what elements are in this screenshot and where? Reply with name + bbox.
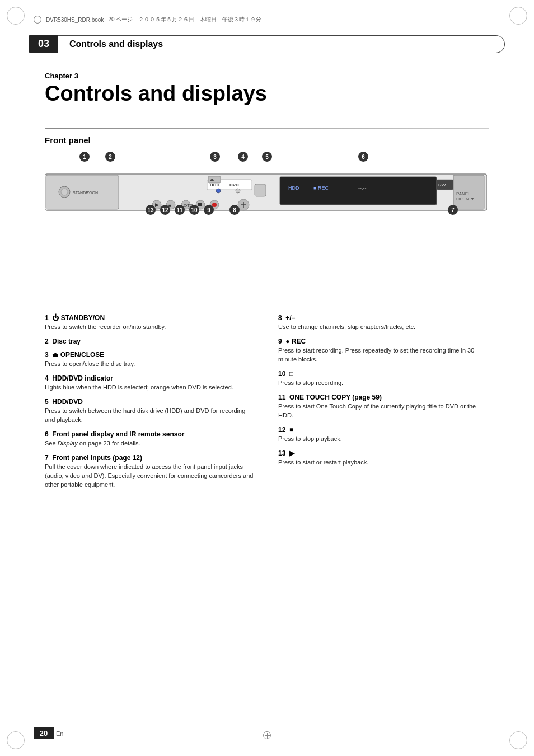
front-panel-section: Front panel 1 2 3 4 5 6 STANDBY/ON HDD D…: [45, 135, 489, 495]
desc-item-10: 10 □ Press to stop recording.: [278, 370, 489, 388]
desc-item-11: 11 ONE TOUCH COPY (page 59) Press to sta…: [278, 393, 489, 420]
header-title: Controls and displays: [58, 35, 505, 53]
desc-item-7: 7 Front panel inputs (page 12) Pull the …: [45, 454, 256, 490]
badge-9: 9: [204, 205, 214, 215]
desc-item-6: 6 Front panel display and IR remote sens…: [45, 430, 256, 448]
desc-body-9: Press to start recording. Press repeated…: [278, 346, 489, 364]
left-column: 1 ⏻ STANDBY/ON Press to switch the recor…: [45, 314, 256, 495]
desc-body-8: Use to change channels, skip chapters/tr…: [278, 323, 489, 332]
page-lang: En: [56, 730, 63, 737]
desc-title-10: 10 □: [278, 370, 489, 378]
desc-item-8: 8 +/– Use to change channels, skip chapt…: [278, 314, 489, 332]
svg-point-8: [216, 189, 221, 193]
desc-title-6: 6 Front panel display and IR remote sens…: [45, 430, 256, 438]
chapter-heading: Chapter 3 Controls and displays: [45, 72, 267, 106]
badge-7: 7: [448, 205, 458, 215]
badge-3: 3: [210, 152, 220, 162]
desc-body-12: Press to stop playback.: [278, 435, 489, 444]
svg-rect-10: [255, 184, 266, 196]
desc-title-5: 5 HDD/DVD: [45, 398, 256, 406]
badge-11: 11: [175, 205, 185, 215]
desc-body-10: Press to stop recording.: [278, 379, 489, 388]
badge-12: 12: [160, 205, 170, 215]
svg-text:PANEL: PANEL: [456, 191, 471, 196]
corner-mark-bl: [4, 729, 27, 752]
desc-body-11: Press to start One Touch Copy of the cur…: [278, 402, 489, 420]
svg-rect-11: [280, 177, 437, 205]
svg-text:RW: RW: [438, 182, 446, 187]
bottom-center-crosshair: [263, 731, 271, 739]
device-svg: STANDBY/ON HDD DVD HDD ■ REC --:-- RW ▶: [45, 168, 487, 219]
desc-item-1: 1 ⏻ STANDBY/ON Press to switch the recor…: [45, 314, 256, 332]
desc-item-12: 12 ■ Press to stop playback.: [278, 426, 489, 444]
desc-title-1: 1 ⏻ STANDBY/ON: [45, 314, 256, 322]
chapter-number: 03: [29, 35, 58, 53]
badge-1: 1: [79, 152, 90, 162]
desc-title-4: 4 HDD/DVD indicator: [45, 374, 256, 382]
meta-crosshair: [34, 16, 41, 24]
desc-body-5: Press to switch between the hard disk dr…: [45, 407, 256, 425]
svg-text:⏏: ⏏: [210, 177, 214, 182]
desc-title-8: 8 +/–: [278, 314, 489, 322]
badge-8: 8: [229, 205, 240, 215]
desc-item-4: 4 HDD/DVD indicator Lights blue when the…: [45, 374, 256, 392]
svg-text:HDD: HDD: [288, 185, 299, 191]
right-column: 8 +/– Use to change channels, skip chapt…: [278, 314, 489, 495]
svg-text:--:--: --:--: [358, 185, 367, 191]
svg-text:■ REC: ■ REC: [313, 185, 329, 191]
title-rule: [45, 128, 489, 129]
svg-text:DVD: DVD: [229, 182, 239, 187]
desc-item-2: 2 Disc tray: [45, 337, 256, 345]
desc-body-7: Pull the cover down where indicated to a…: [45, 463, 256, 490]
meta-pageinfo: 20 ページ ２００５年５月２６日 木曜日 午後３時１９分: [108, 16, 261, 24]
desc-title-13: 13 ▶: [278, 449, 489, 457]
chapter-sub-heading: Chapter 3: [45, 72, 267, 80]
svg-point-9: [236, 189, 240, 193]
svg-text:STANDBY/ON: STANDBY/ON: [73, 191, 98, 195]
meta-filename: DVR530HS_RDR.book: [46, 17, 104, 23]
desc-title-3: 3 ⏏ OPEN/CLOSE: [45, 351, 256, 359]
svg-point-3: [61, 189, 68, 195]
badge-13: 13: [146, 205, 156, 215]
page-number: 20: [34, 727, 54, 739]
desc-body-1: Press to switch the recorder on/into sta…: [45, 323, 256, 332]
desc-item-3: 3 ⏏ OPEN/CLOSE Press to open/close the d…: [45, 351, 256, 369]
desc-body-13: Press to start or restart playback.: [278, 458, 489, 467]
svg-rect-24: [198, 203, 202, 206]
corner-mark-tr: [507, 4, 530, 27]
badge-2: 2: [105, 152, 115, 162]
desc-item-13: 13 ▶ Press to start or restart playback.: [278, 449, 489, 467]
desc-title-9: 9 ● REC: [278, 337, 489, 345]
desc-title-7: 7 Front panel inputs (page 12): [45, 454, 256, 462]
desc-item-9: 9 ● REC Press to start recording. Press …: [278, 337, 489, 364]
badge-4: 4: [238, 152, 248, 162]
descriptions-grid: 1 ⏻ STANDBY/ON Press to switch the recor…: [45, 314, 489, 495]
desc-item-5: 5 HDD/DVD Press to switch between the ha…: [45, 398, 256, 425]
badge-6: 6: [358, 152, 368, 162]
desc-body-3: Press to open/close the disc tray.: [45, 360, 256, 369]
header-band: 03 Controls and displays: [29, 35, 505, 53]
corner-mark-tl: [4, 4, 27, 27]
badge-10: 10: [189, 205, 199, 215]
desc-title-11: 11 ONE TOUCH COPY (page 59): [278, 393, 489, 401]
chapter-main-heading: Controls and displays: [45, 82, 267, 106]
badge-5: 5: [262, 152, 272, 162]
device-diagram: 1 2 3 4 5 6 STANDBY/ON HDD DVD: [45, 152, 489, 241]
svg-text:▶: ▶: [155, 202, 159, 208]
desc-body-4: Lights blue when the HDD is selected; or…: [45, 383, 256, 392]
svg-text:OPEN ▼: OPEN ▼: [456, 196, 475, 201]
front-panel-title: Front panel: [45, 135, 489, 145]
desc-title-12: 12 ■: [278, 426, 489, 434]
meta-bar: DVR530HS_RDR.book 20 ページ ２００５年５月２６日 木曜日 …: [34, 16, 500, 24]
corner-mark-br: [507, 729, 530, 752]
desc-body-6: See Display on page 23 for details.: [45, 439, 256, 448]
desc-title-2: 2 Disc tray: [45, 337, 256, 345]
